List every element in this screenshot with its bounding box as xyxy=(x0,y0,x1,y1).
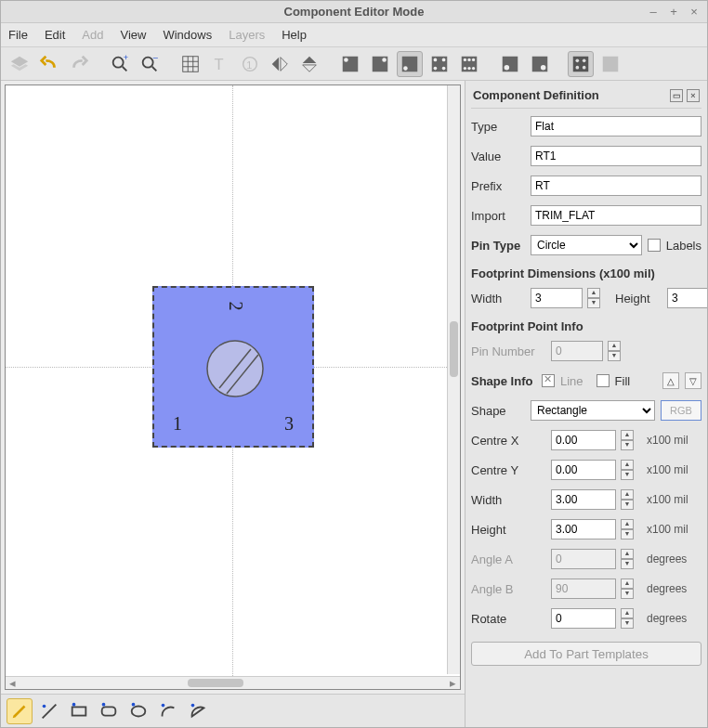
fill-checkbox[interactable] xyxy=(597,374,610,387)
svg-text:1: 1 xyxy=(246,58,252,70)
pintype-select[interactable]: Circle xyxy=(531,235,642,255)
svg-rect-43 xyxy=(102,707,116,715)
svg-point-42 xyxy=(72,702,76,706)
dim-width-up[interactable]: ▲ xyxy=(587,288,600,298)
app-window: Component Editor Mode – + × File Edit Ad… xyxy=(0,0,708,728)
fill-label: Fill xyxy=(615,374,631,388)
svg-point-31 xyxy=(576,58,580,62)
close-button[interactable]: × xyxy=(687,5,701,20)
align-tl-icon[interactable] xyxy=(337,51,363,77)
rgb-button[interactable]: RGB xyxy=(661,400,701,421)
dim-height-input[interactable] xyxy=(667,288,707,308)
dim-width-down[interactable]: ▼ xyxy=(587,298,600,308)
redo-icon xyxy=(66,51,92,77)
canvas-hscroll[interactable]: ◂▸ xyxy=(6,676,460,689)
menu-view[interactable]: View xyxy=(121,28,147,42)
tool-ellipse-icon[interactable] xyxy=(125,698,151,724)
draw-toolbar xyxy=(1,694,465,727)
tool-line-icon[interactable] xyxy=(36,698,62,724)
value-input[interactable] xyxy=(531,146,701,166)
panel-dock-icon[interactable]: ▭ xyxy=(670,89,683,102)
svg-rect-35 xyxy=(603,56,619,72)
flip-h-icon[interactable] xyxy=(267,51,293,77)
align-4t-icon[interactable] xyxy=(426,51,452,77)
cx-unit: x100 mil xyxy=(647,434,688,447)
maximize-button[interactable]: + xyxy=(666,5,681,20)
svg-point-13 xyxy=(403,66,408,71)
cy-unit: x100 mil xyxy=(647,463,688,476)
undo-icon[interactable] xyxy=(36,51,62,77)
svg-rect-28 xyxy=(532,56,548,72)
menu-windows[interactable]: Windows xyxy=(163,28,212,42)
flip-v-icon[interactable] xyxy=(296,51,322,77)
footprint-rectangle[interactable]: 1 2 3 xyxy=(152,286,314,448)
labels-checkbox[interactable] xyxy=(648,239,661,252)
rot-label: Rotate xyxy=(471,612,545,626)
pinnum-up: ▲ xyxy=(608,341,621,351)
move-down-button[interactable]: ▽ xyxy=(685,372,701,389)
sw-input[interactable] xyxy=(551,489,616,510)
connector-b-icon[interactable] xyxy=(527,51,553,77)
svg-point-21 xyxy=(467,58,470,60)
svg-rect-4 xyxy=(183,56,199,72)
svg-point-2 xyxy=(143,57,153,67)
panel-close-icon[interactable]: × xyxy=(687,89,700,102)
svg-point-27 xyxy=(505,64,510,70)
menu-help[interactable]: Help xyxy=(282,28,307,42)
tool-roundrect-icon[interactable] xyxy=(96,698,122,724)
svg-point-15 xyxy=(434,58,438,61)
svg-point-11 xyxy=(382,58,387,62)
line-checkbox[interactable] xyxy=(542,374,555,387)
zoom-in-icon[interactable]: + xyxy=(107,51,133,77)
svg-point-33 xyxy=(576,65,580,69)
svg-point-9 xyxy=(344,58,348,62)
tool-chord-icon[interactable] xyxy=(185,698,211,724)
menu-file[interactable]: File xyxy=(8,28,28,42)
menubar: File Edit Add View Windows Layers Help xyxy=(1,23,707,47)
ab-label: Angle B xyxy=(471,582,545,596)
align-bl-icon[interactable] xyxy=(397,51,423,77)
type-input[interactable] xyxy=(531,116,701,136)
grid-icon[interactable] xyxy=(177,51,203,77)
sw-label: Width xyxy=(471,493,545,507)
import-input[interactable] xyxy=(531,205,701,226)
menu-add: Add xyxy=(82,28,103,42)
canvas[interactable]: 1 2 3 ◂▸ xyxy=(5,84,461,690)
number-icon: 1 xyxy=(237,51,263,77)
zoom-out-icon[interactable]: – xyxy=(137,51,163,77)
menu-edit[interactable]: Edit xyxy=(45,28,65,42)
sh-input[interactable] xyxy=(551,519,616,540)
aa-label: Angle A xyxy=(471,552,545,566)
align-6-icon[interactable] xyxy=(456,51,482,77)
tool-pencil-icon[interactable] xyxy=(7,698,33,724)
layers-icon xyxy=(7,51,33,77)
prefix-label: Prefix xyxy=(471,179,525,193)
minimize-button[interactable]: – xyxy=(646,5,661,20)
ab-unit: degrees xyxy=(647,582,687,595)
svg-text:–: – xyxy=(153,54,159,62)
labels-label: Labels xyxy=(666,239,701,253)
tool-arc-icon[interactable] xyxy=(155,698,181,724)
rot-unit: degrees xyxy=(647,612,687,625)
rot-input[interactable] xyxy=(551,608,616,629)
sw-unit: x100 mil xyxy=(647,493,688,506)
canvas-vscroll[interactable] xyxy=(447,85,460,674)
main-toolbar: + – T 1 xyxy=(1,47,707,81)
align-tr-icon[interactable] xyxy=(367,51,393,77)
dim-width-input[interactable] xyxy=(531,288,583,308)
cx-input[interactable] xyxy=(551,430,616,450)
window-title: Component Editor Mode xyxy=(284,5,425,19)
svg-point-48 xyxy=(191,703,195,707)
move-up-button[interactable]: △ xyxy=(662,372,679,389)
prefix-input[interactable] xyxy=(531,176,701,196)
cy-label: Centre Y xyxy=(471,463,545,477)
pad-add-icon xyxy=(597,51,623,77)
aa-input xyxy=(551,549,616,569)
svg-rect-41 xyxy=(72,707,86,715)
shape-select[interactable]: Rectangle xyxy=(531,400,655,421)
connector-a-icon[interactable] xyxy=(497,51,523,77)
pad-grid-icon[interactable] xyxy=(568,51,594,77)
tool-rect-icon[interactable] xyxy=(66,698,92,724)
cy-input[interactable] xyxy=(551,460,616,480)
add-templates-button[interactable]: Add To Part Templates xyxy=(471,642,701,666)
